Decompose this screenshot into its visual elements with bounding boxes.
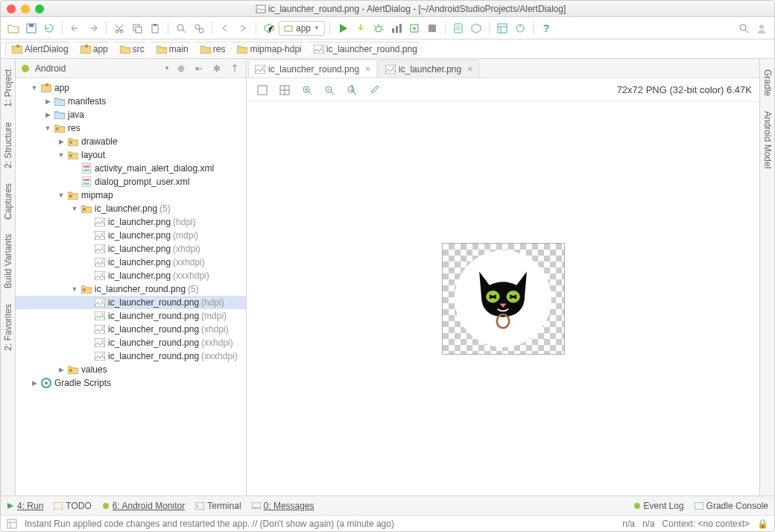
editor-tab[interactable]: ic_launcher_round.png× [248, 60, 377, 77]
run-target-selector[interactable]: app ▼ [279, 21, 325, 36]
coverage-icon[interactable] [388, 20, 405, 37]
left-tab[interactable]: Captures [1, 179, 15, 224]
tree-row[interactable]: ic_launcher.png(hdpi) [16, 215, 246, 229]
run-icon[interactable] [335, 20, 351, 37]
theme-icon[interactable] [512, 20, 528, 37]
left-tab[interactable]: Build Variants [1, 229, 15, 293]
tree-row[interactable]: activity_main_alert_dialog.xml [16, 162, 246, 175]
breadcrumb-item[interactable]: ic_launcher_round.png [307, 42, 424, 57]
grid2-icon[interactable] [276, 82, 293, 98]
tree-row[interactable]: ▶Gradle Scripts [16, 376, 246, 390]
gear-icon[interactable]: ✻ [210, 62, 224, 75]
breadcrumb-item[interactable]: app [74, 42, 115, 57]
close-tab-icon[interactable]: × [365, 64, 370, 75]
terminal-tab[interactable]: Terminal [195, 501, 241, 511]
breadcrumb-item[interactable]: main [150, 42, 195, 57]
close-window[interactable] [7, 4, 16, 13]
breadcrumb-item[interactable]: src [113, 42, 151, 57]
grid-icon[interactable] [254, 82, 271, 98]
lock-icon[interactable]: 🔒 [757, 519, 768, 529]
debug-icon[interactable] [370, 20, 387, 37]
tree-row[interactable]: ic_launcher.png(xxhdpi) [16, 256, 246, 269]
redo-icon[interactable] [85, 20, 101, 37]
tree-row[interactable]: ▶values [16, 363, 246, 376]
tree-row[interactable]: ic_launcher_round.png(xxxhdpi) [16, 349, 246, 363]
right-tab[interactable]: Android Model [761, 107, 774, 173]
forward-icon[interactable] [235, 20, 251, 37]
todo-tab[interactable]: TODO [54, 501, 91, 511]
minimize-window[interactable] [21, 4, 30, 13]
svg-rect-52 [95, 258, 105, 267]
titlebar: ic_launcher_round.png - AlertDialog - [~… [1, 1, 774, 17]
find-icon[interactable] [173, 20, 189, 37]
sync-icon[interactable] [41, 20, 57, 37]
stop-icon[interactable] [424, 20, 440, 37]
breadcrumb-item[interactable]: mipmap-hdpi [230, 42, 308, 57]
hide-icon[interactable]: ⤒ [228, 62, 241, 75]
tree-row[interactable]: ic_launcher.png(xxxhdpi) [16, 269, 246, 282]
svg-point-13 [376, 26, 382, 32]
profile-icon[interactable] [406, 20, 423, 37]
tree-row[interactable]: ic_launcher.png(mdpi) [16, 229, 246, 242]
zoom-window[interactable] [35, 4, 44, 13]
target-icon[interactable]: ⊕ [174, 62, 188, 75]
right-tab[interactable]: Gradle [761, 65, 774, 101]
zoom-actual-icon[interactable]: 1 [344, 82, 360, 98]
copy-icon[interactable] [129, 20, 145, 37]
left-tab[interactable]: 2: Structure [1, 118, 15, 173]
gradle-console-tab[interactable]: Gradle Console [695, 501, 768, 511]
event-log-tab[interactable]: Event Log [633, 501, 684, 511]
tree-row[interactable]: ic_launcher.png(xhdpi) [16, 242, 246, 256]
zoom-out-icon[interactable] [321, 82, 338, 98]
paste-icon[interactable] [147, 20, 163, 37]
status-context[interactable]: Context: <no context> [662, 519, 750, 529]
tree-row[interactable]: ▼mipmap [16, 189, 246, 202]
back-icon[interactable] [217, 20, 233, 37]
close-tab-icon[interactable]: × [467, 64, 472, 75]
cut-icon[interactable] [111, 20, 127, 37]
messages-tab[interactable]: 0: Messages [252, 501, 314, 511]
editor-tab[interactable]: ic_launcher.png× [379, 60, 479, 77]
help-icon[interactable]: ? [538, 20, 554, 37]
tree-row[interactable]: ic_launcher_round.png(xxhdpi) [16, 336, 246, 349]
view-mode-label[interactable]: Android [35, 63, 159, 74]
zoom-in-icon[interactable] [299, 82, 315, 98]
left-tab[interactable]: 2: Favorites [1, 300, 15, 355]
undo-icon[interactable] [67, 20, 83, 37]
layout-editor-icon[interactable] [494, 20, 510, 37]
project-tree[interactable]: ▼app▶manifests▶java▼res▶drawable▼layouta… [16, 78, 246, 495]
tree-row[interactable]: ▶drawable [16, 135, 246, 148]
svg-rect-89 [7, 519, 16, 528]
replace-icon[interactable] [191, 20, 207, 37]
tree-row[interactable]: ▶manifests [16, 95, 246, 108]
make-icon[interactable] [261, 20, 277, 37]
tree-row[interactable]: ▼layout [16, 148, 246, 162]
tree-row[interactable]: ▼ic_launcher.png(5) [16, 202, 246, 215]
status-field-1: n/a [622, 519, 635, 529]
open-icon[interactable] [5, 20, 22, 37]
apply-changes-icon[interactable] [352, 20, 369, 37]
color-picker-icon[interactable] [366, 82, 382, 98]
collapse-icon[interactable]: ⇤ [192, 62, 206, 75]
tree-row[interactable]: ▼app [16, 81, 246, 95]
tree-row[interactable]: ic_launcher_round.png(hdpi) [16, 296, 246, 309]
image-canvas[interactable] [247, 102, 759, 495]
save-icon[interactable] [23, 20, 39, 37]
left-tab[interactable]: 1: Project [1, 65, 15, 112]
tree-row[interactable]: ic_launcher_round.png(xhdpi) [16, 323, 246, 336]
tree-row[interactable]: ▼ic_launcher_round.png(5) [16, 282, 246, 296]
tree-row[interactable]: ▼res [16, 121, 246, 135]
user-icon[interactable] [753, 20, 770, 37]
run-tab[interactable]: 4: Run [7, 501, 43, 511]
avd-icon[interactable] [450, 20, 466, 37]
tree-row[interactable]: ▶java [16, 108, 246, 121]
sdk-icon[interactable] [468, 20, 484, 37]
status-icon[interactable] [7, 519, 17, 529]
breadcrumb-item[interactable]: res [194, 42, 232, 57]
chevron-down-icon[interactable]: ▼ [164, 65, 170, 72]
android-monitor-tab[interactable]: 6: Android Monitor [102, 501, 185, 511]
tree-row[interactable]: dialog_prompt_user.xml [16, 175, 246, 189]
search-icon[interactable] [736, 20, 752, 37]
breadcrumb-item[interactable]: AlertDialog [5, 42, 75, 57]
tree-row[interactable]: ic_launcher_round.png(mdpi) [16, 309, 246, 323]
